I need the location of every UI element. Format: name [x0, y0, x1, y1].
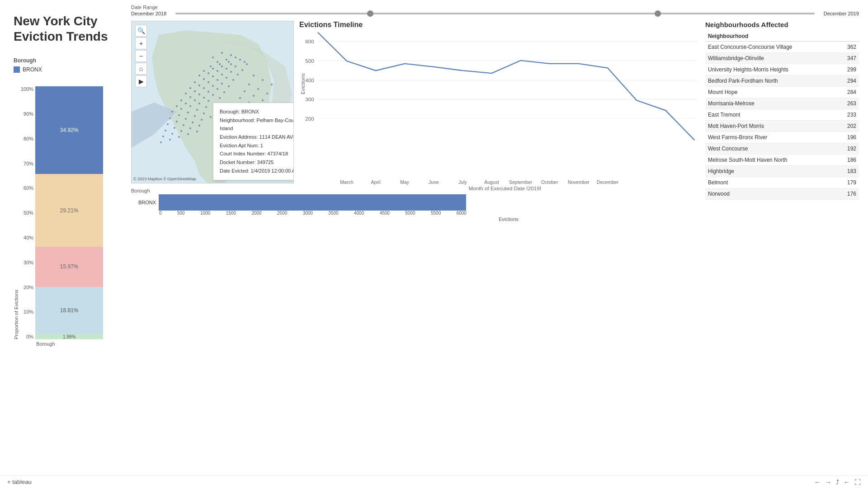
- svg-point-51: [223, 91, 225, 93]
- svg-point-18: [217, 70, 218, 72]
- table-row[interactable]: East Concourse-Concourse Village 362: [705, 42, 859, 53]
- neighbourhoods-table: Neighbourhood East Concourse-Concourse V…: [705, 31, 859, 200]
- stacked-bar: 34.92% 29.21% 15.97% 18.81% 1.99%: [35, 86, 103, 339]
- svg-point-36: [203, 87, 205, 89]
- svg-point-79: [189, 127, 191, 129]
- table-row[interactable]: East Tremont 233: [705, 109, 859, 121]
- neigh-count: 299: [836, 64, 859, 75]
- borough-bar-row: BRONX: [131, 194, 859, 211]
- tooltip-borough: Borough: BRONX: [220, 108, 294, 116]
- date-range-slider[interactable]: [175, 13, 814, 14]
- footer-back-btn[interactable]: ←: [814, 479, 821, 486]
- svg-point-39: [232, 79, 234, 81]
- table-row[interactable]: West Farms-Bronx River 196: [705, 132, 859, 143]
- footer-forward-btn[interactable]: →: [825, 479, 831, 486]
- footer-home-btn[interactable]: ←: [844, 479, 850, 486]
- table-row[interactable]: Melrose South-Mott Haven North 186: [705, 155, 859, 166]
- svg-point-78: [180, 130, 182, 132]
- neigh-count: 347: [836, 53, 859, 64]
- svg-text:200: 200: [305, 116, 314, 122]
- svg-point-58: [169, 117, 171, 119]
- footer-nav: ← → ⤴ ← ⛶: [814, 479, 861, 486]
- borough-filter-label: Borough: [14, 57, 118, 64]
- page-title: New York City Eviction Trends: [14, 14, 118, 44]
- timeline-svg: 600 500 400 300 200 Evictions: [299, 31, 700, 190]
- date-range-label: Date Range: [131, 5, 859, 10]
- svg-point-77: [171, 133, 173, 135]
- slider-thumb-left[interactable]: [367, 10, 373, 17]
- table-row[interactable]: University Heights-Morris Heights 299: [705, 64, 859, 75]
- svg-text:September: September: [509, 179, 533, 185]
- svg-point-66: [185, 118, 187, 120]
- svg-point-19: [226, 68, 227, 70]
- footer-share-btn[interactable]: ⤴: [836, 479, 839, 486]
- svg-point-25: [221, 74, 223, 75]
- svg-text:December: December: [597, 179, 619, 185]
- map-view[interactable]: 🔍 + − ⌂ ▶ © 2023 Mapbox © OpenStreetMap …: [131, 21, 294, 183]
- svg-point-91: [266, 93, 268, 94]
- map-arrow-btn[interactable]: ▶: [135, 75, 147, 87]
- svg-point-35: [194, 90, 196, 92]
- svg-point-22: [194, 81, 196, 83]
- svg-point-76: [162, 136, 164, 137]
- neigh-count: 294: [836, 75, 859, 87]
- svg-text:Evictions: Evictions: [300, 73, 306, 94]
- tooltip-court: Court Index Number: 47374/18: [220, 150, 294, 158]
- svg-point-5: [226, 59, 227, 61]
- svg-point-38: [221, 83, 223, 84]
- neighbourhoods-list: East Concourse-Concourse Village 362 Wil…: [705, 42, 859, 200]
- neigh-name: Morrisania-Melrose: [705, 98, 836, 109]
- svg-point-4: [217, 61, 218, 63]
- svg-point-29: [198, 84, 200, 86]
- map-zoom-in-btn[interactable]: +: [135, 38, 147, 49]
- svg-point-61: [196, 109, 198, 111]
- neigh-count: 233: [836, 109, 859, 121]
- table-row[interactable]: Mount Hope 284: [705, 87, 859, 98]
- map-attribution: © 2023 Mapbox © OpenStreetMap: [133, 177, 196, 181]
- svg-point-52: [171, 111, 173, 113]
- svg-point-73: [192, 122, 193, 123]
- table-row[interactable]: Williamsbridge-Olinville 347: [705, 53, 859, 64]
- table-row[interactable]: Belmont 179: [705, 177, 859, 188]
- svg-point-30: [208, 81, 209, 83]
- svg-text:300: 300: [305, 96, 314, 102]
- neigh-count: 179: [836, 177, 859, 188]
- table-row[interactable]: Morrisania-Melrose 263: [705, 98, 859, 109]
- svg-point-54: [189, 105, 191, 107]
- bronx-bar: [159, 194, 466, 211]
- svg-text:August: August: [484, 179, 499, 185]
- table-row[interactable]: Highbridge 183: [705, 166, 859, 177]
- map-search-btn[interactable]: 🔍: [135, 25, 147, 37]
- svg-point-94: [262, 99, 264, 101]
- svg-point-11: [212, 68, 214, 70]
- borough-legend: BRONX: [14, 66, 118, 73]
- svg-point-90: [257, 88, 259, 90]
- svg-point-33: [237, 74, 239, 75]
- map-home-btn[interactable]: ⌂: [135, 63, 147, 75]
- neigh-name: West Farms-Bronx River: [705, 132, 836, 143]
- svg-point-47: [185, 103, 187, 104]
- svg-point-83: [178, 136, 180, 138]
- timeline-title: Evictions Timeline: [299, 21, 700, 29]
- date-range-section: Date Range December 2018 December 2019: [131, 5, 859, 16]
- svg-point-74: [201, 119, 203, 121]
- table-row[interactable]: Bedford Park-Fordham North 294: [705, 75, 859, 87]
- slider-thumb-right[interactable]: [655, 10, 661, 17]
- bar-y-axis-label: Proportion of Evictions: [14, 86, 19, 339]
- svg-point-1: [212, 56, 214, 58]
- svg-point-13: [230, 63, 232, 65]
- tableau-logo: + tableau: [7, 479, 32, 485]
- neigh-name: Williamsbridge-Olinville: [705, 53, 836, 64]
- table-row[interactable]: West Concourse 192: [705, 143, 859, 155]
- svg-point-21: [246, 63, 248, 65]
- neigh-name: Bedford Park-Fordham North: [705, 75, 836, 87]
- svg-point-43: [208, 91, 209, 93]
- bronx-bar-label: BRONX: [131, 200, 156, 205]
- svg-point-40: [180, 99, 182, 101]
- svg-point-20: [235, 66, 236, 67]
- map-zoom-out-btn[interactable]: −: [135, 50, 147, 62]
- svg-point-45: [228, 85, 230, 87]
- table-row[interactable]: Mott Haven-Port Morris 202: [705, 121, 859, 132]
- footer-fullscreen-btn[interactable]: ⛶: [854, 479, 861, 486]
- bar-y-axis: 100%90%80%70%60%50%40%30%20%10%0%: [21, 86, 35, 339]
